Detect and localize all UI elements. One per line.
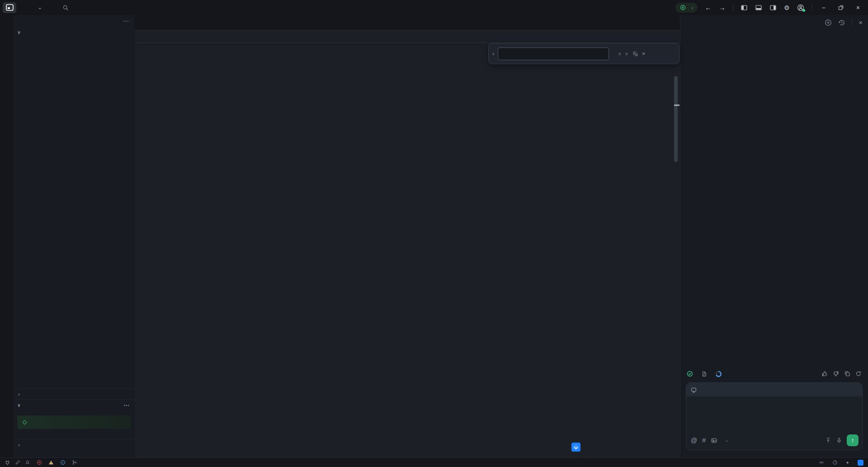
chat-input-box[interactable]: @ # ⌄ ↑ — [686, 382, 863, 450]
find-close-icon[interactable]: × — [642, 50, 646, 57]
thumbs-down-icon[interactable] — [833, 371, 839, 377]
watermark — [568, 443, 584, 452]
send-message-button[interactable]: ↑ — [847, 434, 859, 446]
hashtag-icon[interactable]: # — [702, 437, 706, 444]
git-graph-item[interactable] — [72, 460, 79, 465]
cuepro-section: ∨ ⋯ › — [14, 399, 135, 458]
timeline-section: › — [14, 388, 135, 400]
tab-bar — [135, 15, 680, 30]
global-search[interactable] — [62, 5, 71, 11]
find-previous-button[interactable]: ∧ — [618, 51, 621, 56]
find-in-selection-icon[interactable] — [632, 51, 638, 57]
status-bar: ✦ — [0, 457, 868, 467]
divider — [811, 4, 812, 11]
agent-selector[interactable] — [686, 383, 862, 396]
restore-button[interactable] — [835, 5, 846, 10]
divider — [733, 4, 733, 11]
titlebar-right: › ← → ⚙ − × — [675, 3, 868, 13]
trae-ai-panel: × @ # — [680, 15, 868, 458]
retry-icon[interactable] — [855, 371, 862, 377]
cuepro-hint — [14, 410, 135, 412]
voice-input-icon[interactable] — [836, 437, 842, 443]
chat-transcript — [680, 30, 868, 366]
toggle-left-panel-button[interactable] — [741, 4, 748, 11]
explorer-more-icon[interactable]: ⋯ — [123, 18, 129, 24]
find-expand-chevron[interactable]: › — [492, 51, 494, 57]
search-icon — [62, 5, 69, 11]
close-window-button[interactable]: × — [854, 4, 863, 11]
chat-result-bar — [680, 367, 868, 381]
restart-update-button[interactable]: › — [675, 3, 698, 13]
back-button[interactable]: ← — [705, 4, 712, 11]
problems-infos[interactable] — [60, 460, 67, 465]
divider — [852, 19, 852, 26]
go-live-item[interactable] — [819, 460, 826, 465]
editor-scrollbar[interactable] — [674, 76, 678, 162]
user-avatar[interactable] — [797, 4, 804, 11]
enhance-prompt-icon[interactable] — [825, 437, 831, 443]
launchpad-item[interactable] — [25, 460, 32, 465]
breadcrumb — [135, 30, 680, 43]
forward-button[interactable]: → — [719, 4, 726, 11]
find-widget: › ∧ ∨ × — [488, 43, 679, 64]
files-section-header[interactable]: ∨ — [14, 27, 135, 38]
chevron-down-icon: ∨ — [16, 30, 22, 35]
scrollbar-cursor-marker — [674, 105, 679, 106]
copy-icon[interactable] — [844, 371, 850, 377]
minimize-button[interactable]: − — [819, 4, 828, 11]
model-selector[interactable]: ⌄ — [723, 438, 729, 443]
editor-area: › ∧ ∨ × — [135, 15, 680, 458]
attach-image-icon[interactable] — [711, 437, 717, 444]
cuepro-section-header[interactable]: ∨ ⋯ — [14, 399, 135, 410]
ide-window: ⌄ › ← → ⚙ − × — [0, 0, 868, 467]
timeline-section-header[interactable]: › — [14, 388, 135, 400]
explorer-panel: ⋯ ∨ › ∨ ⋯ › — [14, 15, 135, 458]
cue-item[interactable]: ✦ — [846, 460, 851, 465]
cuepro-more-icon[interactable]: ⋯ — [123, 402, 132, 409]
usage-item[interactable] — [832, 460, 840, 465]
app-logo-icon[interactable] — [3, 2, 16, 13]
code-viewport[interactable] — [135, 43, 680, 458]
juejin-logo-icon — [571, 443, 580, 452]
find-next-button[interactable]: ∨ — [625, 51, 628, 56]
toggle-right-panel-button[interactable] — [769, 4, 777, 11]
extension-badge[interactable] — [858, 460, 863, 466]
words-section-header[interactable]: › — [14, 439, 135, 450]
close-panel-icon[interactable]: × — [859, 19, 863, 26]
settings-gear-icon[interactable]: ⚙ — [784, 4, 790, 11]
mention-icon[interactable]: @ — [691, 437, 697, 444]
toggle-bottom-panel-button[interactable] — [755, 4, 762, 11]
code-changes-button[interactable] — [701, 371, 709, 377]
problems-warnings[interactable] — [48, 460, 56, 465]
project-switcher[interactable]: ⌄ — [36, 5, 42, 10]
new-chat-icon[interactable] — [825, 19, 832, 26]
find-input[interactable] — [498, 48, 609, 60]
cuepro-progress — [17, 415, 131, 429]
thumbs-up-icon[interactable] — [821, 371, 828, 377]
remote-indicator-icon[interactable] — [5, 460, 10, 466]
chat-history-icon[interactable] — [838, 19, 845, 26]
chevron-down-icon: ⌄ — [38, 5, 42, 10]
problems-errors[interactable] — [37, 460, 44, 465]
online-status-dot — [802, 9, 805, 12]
activity-bar — [0, 15, 14, 458]
edit-icon[interactable] — [15, 460, 20, 465]
title-bar: ⌄ › ← → ⚙ − × — [0, 0, 868, 15]
chat-input-placeholder — [686, 396, 862, 405]
chevron-right-icon: › — [691, 5, 693, 10]
